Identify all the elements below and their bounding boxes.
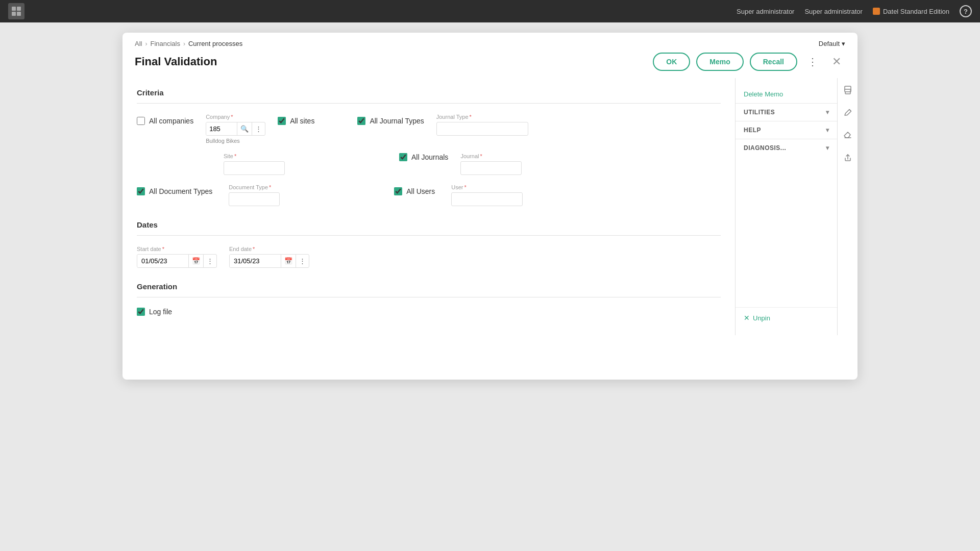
company-row: All companies Company * 🔍 — [137, 114, 721, 144]
topbar: Super administrator Super administrator … — [0, 0, 980, 22]
journal-type-input[interactable] — [436, 122, 528, 136]
breadcrumb: All › Financials › Current processes Def… — [122, 33, 857, 47]
all-users-checkbox[interactable] — [394, 187, 402, 195]
start-date-required: * — [162, 246, 164, 252]
all-journal-types-checkbox[interactable] — [357, 117, 365, 125]
topbar-left — [8, 3, 24, 19]
start-date-input[interactable] — [137, 255, 188, 267]
doc-type-required: * — [269, 184, 271, 190]
pencil-icon-button[interactable] — [840, 105, 856, 121]
site-input[interactable] — [224, 161, 285, 175]
company-search-button[interactable]: 🔍 — [237, 122, 252, 135]
doc-type-input[interactable] — [229, 192, 280, 206]
unpin-button[interactable]: ✕ Unpin — [736, 307, 837, 328]
all-doc-types-checkbox-group: All Document Types — [137, 187, 212, 195]
journal-type-label: Journal Type * — [436, 114, 528, 120]
utilities-item[interactable]: UTILITIES ▾ — [736, 104, 837, 121]
help-item[interactable]: HELP ▾ — [736, 121, 837, 139]
help-section: HELP ▾ — [736, 121, 837, 139]
breadcrumb-all[interactable]: All — [135, 40, 142, 47]
form-panel: Criteria All companies — [122, 78, 735, 335]
more-options-button[interactable]: ⋮ — [803, 54, 822, 70]
start-date-more-button[interactable]: ⋮ — [203, 255, 216, 267]
log-file-label: Log file — [149, 308, 172, 316]
icon-column — [837, 78, 857, 335]
user-required: * — [464, 184, 467, 190]
diagnosis-item[interactable]: DIAGNOSIS... ▾ — [736, 139, 837, 157]
breadcrumb-financials[interactable]: Financials — [150, 40, 180, 47]
all-sites-checkbox-group: All sites — [278, 117, 314, 125]
company-sub-text: Bulldog Bikes — [206, 138, 265, 144]
recall-button[interactable]: Recall — [750, 53, 797, 71]
company-more-button[interactable]: ⋮ — [252, 122, 265, 135]
all-companies-checkbox-group: All companies — [137, 117, 193, 125]
memo-button[interactable]: Memo — [696, 53, 743, 71]
all-journals-checkbox[interactable] — [399, 153, 407, 161]
user1-label: Super administrator — [737, 8, 794, 15]
end-date-calendar-button[interactable]: 📅 — [281, 255, 296, 267]
help-chevron-icon: ▾ — [826, 127, 829, 134]
ok-button[interactable]: OK — [653, 53, 690, 71]
site-journals-row: Site * All Journals — [137, 153, 721, 175]
end-date-input[interactable] — [230, 255, 281, 267]
all-journals-label: All Journals — [411, 153, 448, 161]
journal-label: Journal * — [460, 153, 522, 159]
company-label: Company * — [206, 114, 265, 120]
page-title: Final Validation — [135, 55, 653, 68]
dates-title: Dates — [137, 220, 721, 229]
all-doc-types-checkbox[interactable] — [137, 187, 145, 195]
card-body: Criteria All companies — [122, 78, 857, 335]
header-actions: OK Memo Recall ⋮ ✕ — [653, 53, 845, 71]
criteria-divider — [137, 103, 721, 104]
end-date-required: * — [253, 246, 255, 252]
generation-title: Generation — [137, 282, 721, 291]
modal-card: All › Financials › Current processes Def… — [122, 33, 857, 380]
app-logo[interactable] — [8, 3, 24, 19]
doc-type-group: Document Type * — [229, 184, 280, 206]
svg-rect-0 — [12, 7, 16, 11]
end-date-group: End date * 📅 ⋮ — [229, 246, 309, 268]
all-sites-group: All sites — [278, 114, 314, 125]
journal-required: * — [480, 153, 482, 159]
print-icon-button[interactable] — [840, 82, 856, 98]
utilities-label: UTILITIES — [744, 109, 775, 116]
share-icon-button[interactable] — [840, 149, 856, 166]
dates-divider — [137, 235, 721, 236]
start-date-calendar-button[interactable]: 📅 — [188, 255, 203, 267]
end-date-more-button[interactable]: ⋮ — [296, 255, 309, 267]
user-input[interactable] — [451, 192, 523, 206]
journal-type-group: Journal Type * — [436, 114, 528, 136]
journal-input[interactable] — [460, 161, 522, 175]
end-date-label: End date * — [229, 246, 309, 252]
generation-divider — [137, 297, 721, 297]
all-companies-label: All companies — [149, 117, 193, 125]
all-users-checkbox-group: All Users — [394, 187, 435, 195]
diagnosis-label: DIAGNOSIS... — [744, 144, 786, 152]
all-users-label: All Users — [406, 187, 435, 195]
doc-type-label: Document Type * — [229, 184, 280, 190]
help-label: HELP — [744, 127, 761, 134]
all-journal-types-group: All Journal Types — [357, 114, 424, 125]
all-doc-types-group: All Document Types — [137, 184, 212, 195]
log-file-checkbox[interactable] — [137, 308, 145, 316]
criteria-section: Criteria All companies — [137, 88, 721, 206]
eraser-icon-button[interactable] — [840, 127, 856, 143]
all-sites-checkbox[interactable] — [278, 117, 286, 125]
start-date-group: Start date * 📅 ⋮ — [137, 246, 217, 268]
all-users-group: All Users — [394, 184, 435, 195]
all-companies-group: All companies — [137, 114, 193, 125]
journal-type-required: * — [470, 114, 472, 120]
close-button[interactable]: ✕ — [828, 53, 845, 70]
diagnosis-section: DIAGNOSIS... ▾ — [736, 139, 837, 157]
help-button[interactable]: ? — [960, 5, 972, 17]
all-journal-types-checkbox-group: All Journal Types — [357, 117, 424, 125]
all-sites-label: All sites — [290, 117, 314, 125]
breadcrumb-default[interactable]: Default ▾ — [819, 40, 845, 47]
log-file-group: Log file — [137, 308, 172, 316]
company-input[interactable] — [206, 122, 237, 135]
user2-label: Super administrator — [804, 8, 862, 15]
company-required: * — [231, 114, 233, 120]
delete-memo-button[interactable]: Delete Memo — [736, 85, 837, 103]
all-companies-checkbox[interactable] — [137, 117, 145, 125]
company-group: Company * 🔍 ⋮ Bulldog Bikes — [206, 114, 265, 144]
